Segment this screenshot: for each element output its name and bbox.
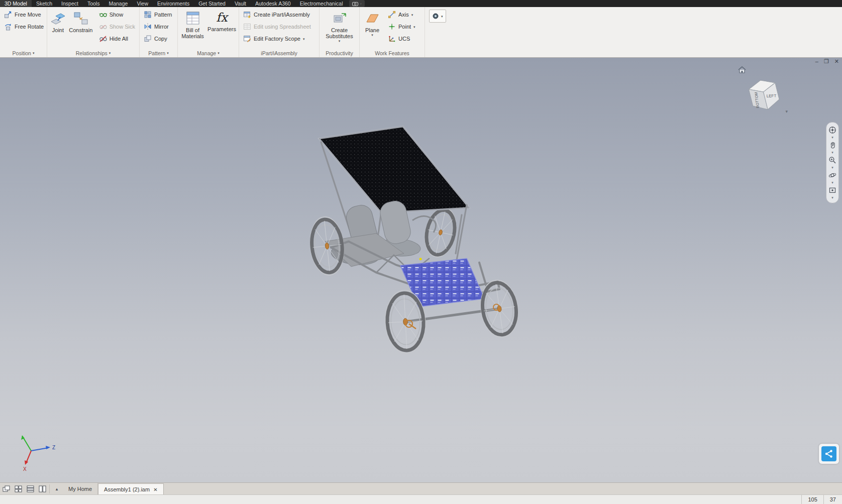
joint-icon — [50, 10, 66, 26]
show-button[interactable]: Show — [96, 9, 138, 21]
copy-button[interactable]: Copy — [141, 33, 176, 45]
ribbon-panel-work-features: Plane ▾ Axis ▾ Point ▾ — [360, 7, 425, 57]
share-icon — [821, 446, 836, 461]
pattern-icon — [144, 11, 152, 19]
edit-using-spreadsheet-label: Edit using Spreadsheet — [254, 24, 311, 30]
create-ipart-button[interactable]: Create iPart/iAssembly — [241, 9, 318, 21]
model-viewport[interactable]: – ❐ ✕ LEFT BOTTOM ▾ ▾ ▾ — [0, 58, 842, 483]
wheel-front-right[interactable] — [421, 205, 461, 260]
hide-all-button[interactable]: Hide All — [96, 33, 138, 45]
menu-tab-view[interactable]: View — [132, 0, 153, 7]
parameters-button[interactable]: fx Parameters — [207, 9, 237, 32]
copy-icon — [144, 35, 152, 43]
create-ipart-icon — [243, 11, 251, 19]
dropdown-arrow-icon: ▾ — [360, 2, 362, 6]
constrain-label: Constrain — [69, 27, 92, 33]
minimize-button[interactable]: – — [815, 58, 818, 65]
mirror-icon — [144, 23, 152, 31]
point-button[interactable]: Point ▾ — [385, 21, 418, 33]
nav-expander-icon[interactable]: ▾ — [831, 136, 833, 139]
free-move-button[interactable]: Free Move — [2, 9, 45, 21]
edit-factory-scope-button[interactable]: Edit Factory Scope ▾ — [241, 33, 318, 45]
ribbon-panel-relationships: Joint Constrain Show Show Sick — [47, 7, 140, 57]
horizontal-tile-button[interactable] — [24, 483, 36, 495]
panel-label-pattern[interactable]: Pattern ▾ — [140, 49, 177, 57]
panel-label-relationships[interactable]: Relationships ▾ — [47, 49, 139, 57]
plane-button[interactable]: Plane ▾ — [361, 9, 383, 37]
a360-share-button[interactable] — [819, 444, 839, 464]
tab-assembly1[interactable]: Assembly1 (2).iam ✕ — [98, 483, 163, 495]
menu-tab-autodesk-a360[interactable]: Autodesk A360 — [251, 0, 295, 7]
nav-expander-icon[interactable]: ▾ — [831, 196, 833, 199]
menu-tab-tools[interactable]: Tools — [83, 0, 104, 7]
hide-all-icon — [99, 35, 107, 43]
vertical-tile-button[interactable] — [36, 483, 48, 495]
menu-tab-get-started[interactable]: Get Started — [194, 0, 230, 7]
panel-label-position[interactable]: Position ▾ — [0, 49, 47, 57]
constrain-button[interactable]: Constrain — [68, 9, 93, 33]
viewcube-menu-arrow[interactable]: ▾ — [785, 109, 788, 114]
restore-button[interactable]: ❐ — [824, 58, 829, 65]
orbit-icon[interactable] — [828, 171, 836, 179]
pattern-button[interactable]: Pattern — [141, 9, 176, 21]
menubar-camera-dropdown[interactable]: ▾ — [349, 0, 365, 7]
show-sick-button[interactable]: Show Sick — [96, 21, 138, 33]
solar-panel-top[interactable] — [319, 127, 469, 213]
tab-close-icon[interactable]: ✕ — [153, 487, 157, 492]
edit-using-spreadsheet-button[interactable]: Edit using Spreadsheet — [241, 21, 318, 33]
origin-triad: Z X — [11, 429, 57, 475]
tab-my-home[interactable]: My Home — [63, 483, 98, 495]
dropdown-arrow-icon: ▾ — [413, 25, 415, 29]
handlebar[interactable] — [412, 216, 436, 232]
dropdown-arrow-icon: ▾ — [218, 51, 220, 55]
close-button[interactable]: ✕ — [834, 58, 839, 65]
ucs-button[interactable]: UCS — [385, 33, 418, 45]
axis-button[interactable]: Axis ▾ — [385, 9, 418, 21]
assembly-tab-label: Assembly1 (2).iam — [104, 486, 150, 492]
assembly-model[interactable] — [301, 122, 575, 360]
wheel-front-left[interactable] — [307, 215, 347, 277]
navigation-wheel-icon[interactable] — [828, 126, 836, 134]
create-substitutes-button[interactable]: Create Substitutes ▾ — [324, 9, 356, 43]
manage-panel-title: Manage — [197, 50, 216, 56]
expand-browser-button[interactable]: ▴ — [51, 483, 63, 495]
menu-tab-environments[interactable]: Environments — [153, 0, 194, 7]
joint-button[interactable]: Joint — [49, 9, 67, 33]
menu-tab-manage[interactable]: Manage — [104, 0, 132, 7]
menu-tab-3d-model[interactable]: 3D Model — [0, 0, 32, 7]
panel-label-manage[interactable]: Manage ▾ — [178, 49, 239, 57]
cascade-windows-button[interactable] — [0, 483, 12, 495]
zoom-icon[interactable] — [828, 156, 836, 164]
tile-windows-button[interactable] — [12, 483, 24, 495]
status-file-count: 37 — [823, 495, 842, 504]
menu-tab-inspect[interactable]: Inspect — [57, 0, 83, 7]
look-at-icon[interactable] — [828, 186, 836, 194]
bill-of-materials-button[interactable]: Bill of Materials — [180, 9, 206, 39]
panel-label-productivity[interactable]: Productivity — [320, 49, 359, 57]
panel-label-ipart[interactable]: iPart/iAssembly — [239, 49, 319, 57]
nav-expander-icon[interactable]: ▾ — [831, 181, 833, 184]
home-view-icon[interactable] — [738, 66, 747, 74]
menu-tab-electromechanical[interactable]: Electromechanical — [295, 0, 348, 7]
create-substitutes-icon — [332, 10, 348, 26]
joint-label: Joint — [52, 27, 64, 33]
free-rotate-label: Free Rotate — [15, 24, 44, 30]
point-label: Point — [398, 24, 411, 30]
nav-expander-icon[interactable]: ▾ — [831, 151, 833, 154]
ribbon-panel-pattern: Pattern Mirror Copy Pattern ▾ — [140, 7, 178, 57]
view-cube[interactable]: LEFT BOTTOM — [745, 75, 784, 117]
mirror-button[interactable]: Mirror — [141, 21, 176, 33]
parameters-fx-icon: fx — [216, 10, 227, 25]
menu-tab-sketch[interactable]: Sketch — [32, 0, 57, 7]
panel-label-work-features[interactable]: Work Features — [360, 49, 425, 57]
ribbon-tab-bar: 3D Model Sketch Inspect Tools Manage Vie… — [0, 0, 842, 7]
pan-icon[interactable] — [829, 141, 836, 149]
solar-panel-blue[interactable] — [400, 259, 484, 307]
constrain-icon — [73, 10, 89, 26]
work-features-panel-title: Work Features — [375, 50, 409, 56]
dropdown-arrow-icon: ▾ — [441, 15, 443, 18]
menu-tab-vault[interactable]: Vault — [230, 0, 251, 7]
free-rotate-button[interactable]: Free Rotate — [2, 21, 45, 33]
ribbon-options-dropdown-button[interactable]: ▾ — [429, 10, 446, 23]
nav-expander-icon[interactable]: ▾ — [831, 166, 833, 169]
